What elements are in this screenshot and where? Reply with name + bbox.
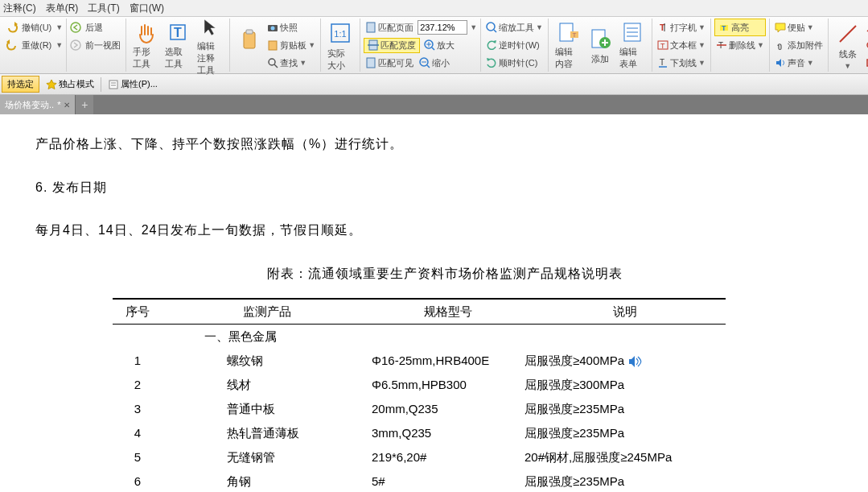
dropdown-icon[interactable]: ▼ (698, 59, 706, 67)
editcontent-button[interactable]: T编辑内容 (552, 19, 584, 72)
rotate-ccw-button[interactable]: 逆时针(W) (484, 36, 545, 54)
dropdown-icon[interactable]: ▼ (56, 23, 63, 31)
dropdown-icon[interactable]: ▼ (536, 23, 543, 31)
hand-tool-button[interactable]: 手形工具 (130, 19, 162, 72)
fitvisible-button[interactable]: 匹配可见 (364, 56, 415, 70)
textbox-button[interactable]: T文本框▼ (656, 36, 707, 54)
zoomtool-button[interactable]: 缩放工具▼ (484, 19, 545, 36)
arrow-button[interactable]: 箭头▼ (864, 19, 868, 36)
back-icon (70, 22, 81, 33)
table-title: 附表：流通领域重要生产资料市场价格监测产品规格说明表 (35, 263, 854, 284)
menu-comment[interactable]: 注释(C) (3, 2, 36, 15)
svg-line-23 (427, 65, 430, 68)
dropdown-icon[interactable]: ▼ (807, 59, 814, 67)
svg-point-7 (271, 27, 275, 31)
table-row: 4热轧普通薄板3mm,Q235屈服强度≥235MPa (113, 421, 726, 445)
select-tool-button[interactable]: T 选取工具 (162, 19, 194, 72)
add-tab-button[interactable]: + (76, 95, 93, 114)
spec-table: 序号 监测产品 规格型号 说明 一、黑色金属 1螺纹钢Φ16-25mm,HRB4… (113, 298, 726, 492)
clipboard-button[interactable] (233, 19, 265, 72)
svg-text:T: T (660, 58, 664, 67)
find-button[interactable]: 查找▼ (265, 54, 317, 72)
strikeout-button[interactable]: T删除线▼ (714, 36, 766, 54)
svg-text:T: T (573, 31, 577, 39)
paragraph: 产品价格上涨、下降、持平个数按照涨跌幅（%）进行统计。 (35, 134, 854, 155)
fitwidth-button[interactable]: 匹配宽度 (364, 38, 420, 53)
editform-icon (619, 20, 645, 44)
rotate-cw-icon (486, 57, 497, 68)
close-icon[interactable]: ✕ (64, 101, 70, 110)
dropdown-icon[interactable]: ▼ (698, 41, 706, 49)
highlight-button[interactable]: T高亮 (714, 19, 766, 36)
underline-icon: T (657, 57, 668, 68)
attach-button[interactable]: 添加附件 (773, 36, 825, 54)
zoomin-button[interactable]: 放大 (422, 39, 456, 52)
add-icon (587, 26, 613, 52)
fitwidth-icon (368, 39, 379, 51)
add-button[interactable]: 添加 (584, 19, 616, 72)
typewriter-button[interactable]: T打字机▼ (656, 19, 707, 36)
fitpage-button[interactable]: 匹配页面 (364, 21, 415, 35)
typewriter-icon: T (657, 22, 668, 33)
realsize-button[interactable]: 1:1 实际大小 (324, 19, 356, 73)
rect-button[interactable]: 矩形▼ (864, 54, 868, 72)
note-button[interactable]: 便贴▼ (773, 19, 825, 36)
menu-bar: 注释(C) 表单(R) 工具(T) 窗口(W) (0, 0, 868, 16)
menu-tool[interactable]: 工具(T) (88, 2, 119, 15)
realsize-icon: 1:1 (327, 20, 353, 46)
clipboard-small-button[interactable]: 剪贴板▼ (265, 36, 317, 54)
editform-button[interactable]: 编辑表单 (616, 19, 648, 72)
snapshot-button[interactable]: 快照 (265, 19, 317, 36)
th-spec: 规格型号 (372, 299, 525, 325)
svg-text:T: T (722, 24, 726, 32)
sound-button[interactable]: 声音▼ (773, 54, 825, 72)
category-row: 一、黑色金属 (113, 325, 726, 349)
zoomin-icon (424, 39, 435, 51)
zoom-input[interactable] (418, 20, 467, 35)
back-button[interactable]: 后退 (84, 21, 105, 35)
dropdown-icon[interactable]: ▼ (470, 23, 477, 31)
highlight-icon: T (718, 22, 730, 33)
sound-icon[interactable] (627, 355, 642, 368)
line-button[interactable]: 线条▼ (832, 19, 864, 72)
dropdown-icon[interactable]: ▼ (698, 23, 706, 31)
note-icon (775, 22, 786, 33)
svg-rect-20 (367, 58, 375, 68)
prev-view-button[interactable]: 前一视图 (84, 39, 122, 52)
dropdown-icon[interactable]: ▼ (56, 41, 63, 49)
tab-modified-indicator: * (57, 100, 60, 110)
zoomout-button[interactable]: 缩小 (418, 56, 451, 70)
document-tab[interactable]: 场价格变动.. * ✕ (0, 95, 76, 114)
star-icon (46, 79, 57, 90)
document-view: 产品价格上涨、下降、持平个数按照涨跌幅（%）进行统计。 6. 发布日期 每月4日… (0, 114, 868, 492)
svg-line-25 (494, 30, 496, 32)
dropdown-icon[interactable]: ▼ (308, 41, 315, 49)
rotate-cw-button[interactable]: 顺时针(C) (484, 54, 545, 72)
svg-line-47 (840, 26, 856, 42)
dropdown-icon[interactable]: ▼ (757, 41, 764, 49)
annotate-tool-button[interactable]: 编辑注释工具 (194, 19, 226, 72)
underline-button[interactable]: T下划线▼ (656, 54, 707, 72)
undo-button[interactable]: 撤销(U) (20, 21, 53, 35)
menu-window[interactable]: 窗口(W) (130, 2, 164, 15)
svg-rect-5 (246, 30, 253, 34)
keep-selected-button[interactable]: 持选定 (2, 76, 39, 93)
properties-button[interactable]: 属性(P)... (106, 77, 159, 91)
sound-icon (775, 57, 786, 68)
svg-line-10 (274, 64, 278, 68)
svg-rect-8 (269, 41, 277, 50)
svg-point-9 (269, 59, 275, 65)
redo-button[interactable]: 重做(R) (20, 39, 53, 52)
clipboard-icon (237, 27, 262, 52)
search-icon (267, 57, 278, 68)
svg-point-24 (487, 23, 495, 31)
dropdown-icon[interactable]: ▼ (299, 59, 306, 67)
table-row: 6角钢5#屈服强度≥235MPa (113, 469, 726, 492)
dropdown-icon[interactable]: ▼ (844, 62, 851, 70)
dropdown-icon[interactable]: ▼ (807, 23, 814, 31)
svg-text:T: T (660, 42, 665, 50)
svg-text:T: T (174, 26, 182, 39)
exclusive-button[interactable]: 独占模式 (44, 77, 96, 91)
menu-form[interactable]: 表单(R) (46, 2, 79, 15)
ellipse-button[interactable]: 椭圆形▼ (864, 36, 868, 54)
